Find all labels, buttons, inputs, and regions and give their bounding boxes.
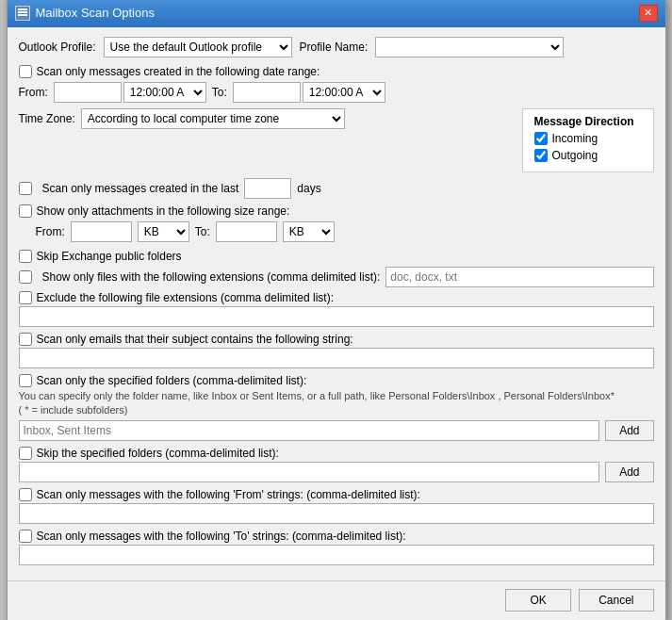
subject-filter-label: Scan only emails that their subject cont… xyxy=(37,333,353,346)
file-ext-exclude-input[interactable] xyxy=(19,306,654,327)
attachments-checkbox-row: Show only attachments in the following s… xyxy=(19,204,654,218)
scan-folders-input[interactable] xyxy=(19,420,600,441)
size-from-unit[interactable]: KB xyxy=(138,221,189,242)
size-to-unit[interactable]: KB xyxy=(283,221,335,242)
date-range-row: From: 3/ 1/2013 12:00:00 A To: 4/ 1/2013… xyxy=(19,82,654,103)
window-title: Mailbox Scan Options xyxy=(36,6,155,20)
to-strings-input-row xyxy=(19,545,654,565)
outgoing-checkbox[interactable] xyxy=(534,149,548,162)
svg-rect-2 xyxy=(18,14,27,16)
scan-date-range-checkbox[interactable] xyxy=(19,65,32,78)
message-direction-box: Message Direction Incoming Outgoing xyxy=(522,108,654,172)
last-days-checkbox[interactable] xyxy=(19,182,32,195)
bottom-buttons: OK Cancel xyxy=(8,580,665,620)
scan-folders-checkbox[interactable] xyxy=(19,374,32,387)
subject-filter-input[interactable] xyxy=(19,348,654,368)
skip-folders-add-button[interactable]: Add xyxy=(605,462,653,482)
profile-name-select[interactable] xyxy=(375,37,564,57)
to-strings-label: Scan only messages with the following 'T… xyxy=(37,530,406,543)
skip-folders-input-row: Add xyxy=(19,462,654,482)
title-bar-controls: ✕ xyxy=(639,5,658,22)
scan-folders-input-row: Add xyxy=(19,420,654,441)
incoming-row: Incoming xyxy=(534,132,642,145)
skip-folders-checkbox[interactable] xyxy=(19,447,32,460)
to-strings-input[interactable] xyxy=(19,545,654,565)
timezone-group: Time Zone: According to local computer t… xyxy=(19,108,513,129)
size-range-row: From: 0 KB To: 1000 KB xyxy=(19,221,654,242)
ok-button[interactable]: OK xyxy=(505,589,571,612)
scan-folders-add-button[interactable]: Add xyxy=(605,420,653,441)
scan-folders-checkbox-row: Scan only the specified folders (comma-d… xyxy=(19,374,654,387)
skip-folders-label: Skip the specified folders (comma-delimi… xyxy=(37,447,279,460)
from-strings-checkbox[interactable] xyxy=(19,488,32,501)
title-bar: Mailbox Scan Options ✕ xyxy=(8,0,665,27)
skip-exchange-row: Skip Exchange public folders xyxy=(19,250,654,263)
cancel-button[interactable]: Cancel xyxy=(579,589,653,612)
svg-rect-1 xyxy=(18,11,27,13)
scan-date-range-row: Scan only messages created in the follow… xyxy=(19,65,654,78)
to-strings-checkbox[interactable] xyxy=(19,530,32,543)
size-to-input[interactable]: 1000 xyxy=(216,221,277,242)
file-ext-exclude-row: Exclude the following file extensions (c… xyxy=(19,291,654,304)
outlook-profile-row: Outlook Profile: Use the default Outlook… xyxy=(19,37,654,57)
subject-filter-input-row xyxy=(19,348,654,368)
incoming-checkbox[interactable] xyxy=(534,132,548,145)
timezone-select[interactable]: According to local computer time zone xyxy=(81,108,345,129)
scan-folders-help: You can specify only the folder name, li… xyxy=(19,389,654,418)
dialog-content: Outlook Profile: Use the default Outlook… xyxy=(8,27,665,581)
size-from-input[interactable]: 0 xyxy=(71,221,132,242)
skip-exchange-checkbox[interactable] xyxy=(19,250,32,263)
incoming-label: Incoming xyxy=(552,132,598,145)
main-window: Mailbox Scan Options ✕ Outlook Profile: … xyxy=(7,0,666,620)
skip-folders-input[interactable] xyxy=(19,462,600,482)
attachments-size-label: Show only attachments in the following s… xyxy=(37,204,290,218)
timezone-message-row: Time Zone: According to local computer t… xyxy=(19,108,654,172)
last-days-label: Scan only messages created in the last xyxy=(42,182,239,195)
window-icon xyxy=(15,6,30,21)
skip-exchange-label: Skip Exchange public folders xyxy=(37,250,182,263)
file-ext-exclude-label: Exclude the following file extensions (c… xyxy=(37,291,334,304)
outlook-profile-select[interactable]: Use the default Outlook profile xyxy=(104,37,292,57)
subject-filter-row: Scan only emails that their subject cont… xyxy=(19,333,654,346)
size-to-label: To: xyxy=(195,225,210,238)
from-date-group: 3/ 1/2013 12:00:00 A xyxy=(54,82,206,103)
from-time-select[interactable]: 12:00:00 A xyxy=(123,82,206,103)
last-days-input[interactable]: 5 xyxy=(244,178,291,199)
from-date-input[interactable]: 3/ 1/2013 xyxy=(54,82,122,103)
timezone-label: Time Zone: xyxy=(19,112,75,125)
scan-folders-label: Scan only the specified folders (comma-d… xyxy=(37,374,307,387)
subject-filter-checkbox[interactable] xyxy=(19,333,32,346)
skip-folders-row: Skip the specified folders (comma-delimi… xyxy=(19,447,654,460)
outgoing-row: Outgoing xyxy=(534,149,642,162)
to-date-input[interactable]: 4/ 1/2013 xyxy=(233,82,301,103)
to-date-label: To: xyxy=(212,86,227,99)
file-ext-exclude-input-row xyxy=(19,306,654,327)
days-label: days xyxy=(297,182,320,195)
from-date-label: From: xyxy=(19,86,48,99)
svg-rect-3 xyxy=(18,8,27,10)
from-strings-label: Scan only messages with the following 'F… xyxy=(37,488,420,501)
outlook-profile-label: Outlook Profile: xyxy=(19,41,96,54)
scan-date-range-label: Scan only messages created in the follow… xyxy=(37,65,320,78)
profile-name-label: Profile Name: xyxy=(300,41,369,54)
from-strings-input[interactable] xyxy=(19,503,654,524)
file-ext-exclude-checkbox[interactable] xyxy=(19,291,32,304)
from-strings-row: Scan only messages with the following 'F… xyxy=(19,488,654,501)
to-date-group: 4/ 1/2013 12:00:00 A xyxy=(233,82,385,103)
size-from-label: From: xyxy=(36,225,65,238)
last-days-row: Scan only messages created in the last 5… xyxy=(19,178,654,199)
file-ext-include-checkbox[interactable] xyxy=(19,270,32,284)
title-bar-left: Mailbox Scan Options xyxy=(15,6,155,21)
file-ext-include-input[interactable] xyxy=(385,267,653,287)
to-strings-row: Scan only messages with the following 'T… xyxy=(19,530,654,543)
outgoing-label: Outgoing xyxy=(552,149,598,162)
to-time-select[interactable]: 12:00:00 A xyxy=(303,82,385,103)
message-direction-title: Message Direction xyxy=(534,115,642,128)
file-ext-include-label: Show only files with the following exten… xyxy=(42,270,381,284)
close-button[interactable]: ✕ xyxy=(639,5,658,22)
attachments-size-checkbox[interactable] xyxy=(19,204,32,218)
from-strings-input-row xyxy=(19,503,654,524)
file-ext-include-row: Show only files with the following exten… xyxy=(19,267,654,287)
